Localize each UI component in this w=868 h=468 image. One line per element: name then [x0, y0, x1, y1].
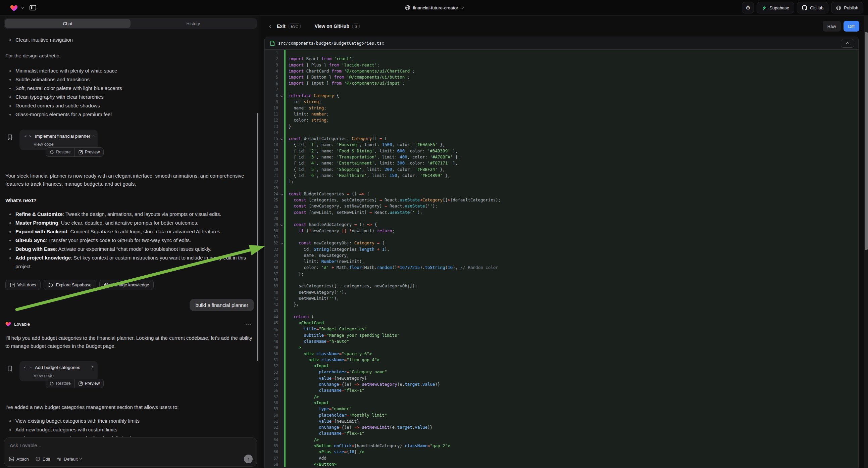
- line-number[interactable]: 23: [265, 185, 284, 191]
- preview-button[interactable]: Preview: [74, 148, 103, 156]
- project-title[interactable]: financial-future-creator: [413, 5, 458, 10]
- publish-button[interactable]: Publish: [831, 2, 863, 13]
- manage-knowledge-button[interactable]: Manage knowledge: [99, 280, 154, 290]
- line-number[interactable]: 53: [265, 369, 284, 375]
- preview-button[interactable]: Preview: [74, 379, 103, 388]
- line-number[interactable]: 1: [265, 50, 284, 56]
- line-number[interactable]: 20: [265, 167, 284, 173]
- line-number[interactable]: 35: [265, 259, 284, 265]
- window-scrollbar[interactable]: [864, 16, 868, 468]
- line-number[interactable]: 7: [265, 87, 284, 93]
- line-number[interactable]: 56: [265, 387, 284, 393]
- raw-toggle-button[interactable]: Raw: [823, 21, 841, 32]
- line-number[interactable]: 58: [265, 400, 284, 406]
- line-number[interactable]: 46: [265, 326, 284, 332]
- line-number[interactable]: 63: [265, 430, 284, 436]
- line-number[interactable]: 61: [265, 418, 284, 425]
- back-chevron-icon[interactable]: [270, 25, 273, 28]
- file-header[interactable]: src/components/budget/BudgetCategories.t…: [265, 37, 858, 50]
- github-button[interactable]: GitHub: [797, 2, 829, 13]
- more-options-icon[interactable]: [246, 324, 254, 325]
- line-number[interactable]: 40: [265, 289, 284, 295]
- line-number[interactable]: 52: [265, 363, 284, 369]
- line-number[interactable]: 27: [265, 209, 284, 215]
- composer[interactable]: Ask Lovable... Attach Edit: [4, 437, 257, 467]
- tab-history[interactable]: History: [130, 19, 256, 28]
- restore-button[interactable]: Restore: [46, 148, 74, 156]
- line-number[interactable]: 43: [265, 308, 284, 314]
- line-number[interactable]: 32: [265, 240, 284, 246]
- line-number[interactable]: 65: [265, 443, 284, 449]
- line-number[interactable]: 6: [265, 80, 284, 86]
- line-number[interactable]: 19: [265, 160, 284, 166]
- line-number[interactable]: 24: [265, 191, 284, 197]
- line-number[interactable]: 22: [265, 179, 284, 185]
- lovable-logo-icon[interactable]: [10, 4, 18, 11]
- supabase-button[interactable]: Supabase: [756, 2, 794, 13]
- line-number[interactable]: 3: [265, 62, 284, 68]
- line-number[interactable]: 31: [265, 234, 284, 240]
- line-number[interactable]: 14: [265, 129, 284, 136]
- line-number[interactable]: 42: [265, 301, 284, 308]
- line-number[interactable]: 62: [265, 425, 284, 430]
- line-number[interactable]: 11: [265, 111, 284, 117]
- line-number[interactable]: 9: [265, 99, 284, 105]
- fold-chevron-icon[interactable]: [280, 94, 283, 97]
- edit-card[interactable]: < >Implement financial plannerView code: [20, 129, 98, 150]
- diff-toggle-button[interactable]: Diff: [843, 21, 859, 32]
- line-number[interactable]: 66: [265, 449, 284, 455]
- line-number[interactable]: 54: [265, 375, 284, 381]
- line-number[interactable]: 34: [265, 253, 284, 259]
- line-number[interactable]: 59: [265, 406, 284, 412]
- chevron-down-icon[interactable]: [460, 6, 464, 9]
- line-number[interactable]: 60: [265, 412, 284, 418]
- tab-chat[interactable]: Chat: [5, 19, 130, 28]
- code-diff-view[interactable]: 12import React from 'react';3import { Pl…: [265, 50, 858, 467]
- line-number[interactable]: 5: [265, 74, 284, 80]
- chevron-down-icon[interactable]: [21, 6, 24, 9]
- line-number[interactable]: 28: [265, 215, 284, 222]
- line-number[interactable]: 15: [265, 136, 284, 142]
- edit-card[interactable]: < >Add budget categoriesView code: [20, 361, 98, 381]
- line-number[interactable]: 30: [265, 228, 284, 234]
- line-number[interactable]: 49: [265, 345, 284, 351]
- line-number[interactable]: 36: [265, 265, 284, 271]
- line-number[interactable]: 13: [265, 123, 284, 129]
- view-code-link[interactable]: View code: [34, 142, 93, 147]
- line-number[interactable]: 21: [265, 173, 284, 179]
- line-number[interactable]: 12: [265, 117, 284, 123]
- line-number[interactable]: 68: [265, 461, 284, 467]
- line-number[interactable]: 39: [265, 283, 284, 289]
- line-number[interactable]: 37: [265, 271, 284, 277]
- line-number[interactable]: 17: [265, 148, 284, 154]
- restore-button[interactable]: Restore: [46, 379, 74, 388]
- send-button[interactable]: ↑: [244, 455, 253, 463]
- attach-button[interactable]: Attach: [9, 457, 29, 462]
- line-number[interactable]: 44: [265, 314, 284, 320]
- line-number[interactable]: 38: [265, 277, 284, 283]
- line-number[interactable]: 4: [265, 68, 284, 74]
- fold-chevron-icon[interactable]: [280, 242, 283, 244]
- fold-chevron-icon[interactable]: [280, 193, 283, 195]
- fold-chevron-icon[interactable]: [280, 223, 283, 226]
- composer-input[interactable]: Ask Lovable...: [10, 442, 251, 448]
- fold-chevron-icon[interactable]: [280, 137, 283, 140]
- line-number[interactable]: 45: [265, 320, 284, 326]
- line-number[interactable]: 47: [265, 332, 284, 339]
- bookmark-icon[interactable]: [7, 134, 12, 140]
- line-number[interactable]: 18: [265, 154, 284, 160]
- settings-button[interactable]: ⚙: [742, 2, 754, 13]
- bookmark-icon[interactable]: [7, 365, 12, 372]
- view-code-link[interactable]: View code: [34, 373, 93, 378]
- chat-scrollbar[interactable]: [257, 113, 258, 361]
- panel-toggle-icon[interactable]: [30, 5, 36, 11]
- line-number[interactable]: 55: [265, 381, 284, 387]
- line-number[interactable]: 57: [265, 394, 284, 400]
- line-number[interactable]: 8: [265, 93, 284, 99]
- exit-button[interactable]: Exit: [277, 24, 285, 29]
- line-number[interactable]: 51: [265, 357, 284, 363]
- line-number[interactable]: 41: [265, 295, 284, 301]
- line-number[interactable]: 25: [265, 197, 284, 203]
- visit-docs-button[interactable]: Visit docs: [5, 280, 40, 290]
- edit-button[interactable]: Edit: [36, 457, 50, 462]
